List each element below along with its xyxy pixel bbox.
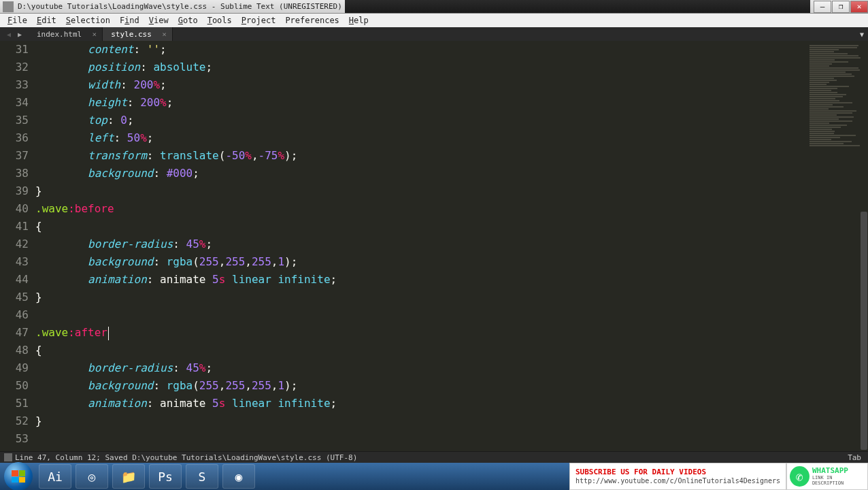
code-line[interactable]: [35, 306, 800, 324]
line-number: 45: [0, 289, 29, 306]
code-line[interactable]: animation: animate 5s linear infinite;: [35, 395, 800, 412]
taskbar-app-illustrator[interactable]: Ai: [39, 464, 71, 489]
status-icon: [4, 453, 12, 461]
line-number: 47: [0, 324, 29, 342]
line-number: 49: [0, 359, 29, 377]
menu-file[interactable]: File: [3, 16, 32, 25]
line-number: 36: [0, 129, 29, 147]
window-title: D:\youtube Tutorials\LoadingWave\style.c…: [16, 2, 342, 11]
app-icon: [3, 1, 14, 12]
menu-goto[interactable]: Goto: [173, 16, 203, 25]
code-line[interactable]: border-radius: 45%;: [35, 359, 800, 377]
line-number: 41: [0, 218, 29, 235]
code-line[interactable]: left: 50%;: [35, 129, 800, 147]
code-line[interactable]: border-radius: 45%;: [35, 235, 800, 253]
menu-help[interactable]: Help: [344, 16, 373, 25]
vertical-scrollbar[interactable]: [860, 41, 868, 451]
window-buttons: — ❐ ✕: [813, 1, 868, 13]
line-number: 52: [0, 412, 29, 430]
nav-back-icon[interactable]: ◀: [4, 29, 14, 39]
line-gutter: 3132333435363738394041424344454647484950…: [0, 41, 35, 451]
line-number: 43: [0, 253, 29, 271]
line-number: 42: [0, 235, 29, 253]
tab-close-icon[interactable]: ×: [93, 30, 97, 39]
code-line[interactable]: .wave:before: [35, 200, 800, 218]
menu-project[interactable]: Project: [237, 16, 281, 25]
maximize-button[interactable]: ❐: [832, 1, 850, 13]
text-caret: [108, 327, 109, 340]
statusbar: Line 47, Column 12; Saved D:\youtube Tut…: [0, 451, 868, 463]
code-line[interactable]: .wave:after: [35, 324, 800, 342]
code-area[interactable]: content: ''; position: absolute; width: …: [35, 41, 800, 451]
windows-logo-icon: [12, 470, 25, 483]
subscribe-url: http://www.youtube.com/c/OnlineTutorials…: [575, 477, 780, 485]
taskbar: Ai ◎ 📁 Ps S ◉ SUBSCRIBE US FOR DAILY VID…: [0, 463, 868, 490]
whatsapp-sub: LINK IN DESCRIPTION: [812, 475, 865, 486]
line-number: 50: [0, 377, 29, 395]
tab-bar: ◀ ▶ index.html × style.css × ▼: [0, 27, 868, 41]
line-number: 35: [0, 112, 29, 129]
editor: 3132333435363738394041424344454647484950…: [0, 41, 868, 451]
nav-arrows: ◀ ▶: [0, 29, 29, 39]
code-line[interactable]: position: absolute;: [35, 59, 800, 76]
code-line[interactable]: [35, 430, 800, 448]
code-line[interactable]: transform: translate(-50%,-75%);: [35, 147, 800, 165]
tab-close-icon[interactable]: ×: [162, 30, 167, 39]
status-left: Line 47, Column 12; Saved D:\youtube Tut…: [15, 453, 357, 462]
menu-view[interactable]: View: [144, 16, 173, 25]
subscribe-title: SUBSCRIBE US FOR DAILY VIDEOS: [575, 468, 780, 476]
line-number: 33: [0, 76, 29, 94]
menu-preferences[interactable]: Preferences: [280, 16, 344, 25]
code-line[interactable]: }: [35, 289, 800, 306]
taskbar-app-sublime[interactable]: S: [186, 464, 218, 489]
code-line[interactable]: content: '';: [35, 41, 800, 59]
minimap[interactable]: [800, 41, 868, 451]
tab-index-html[interactable]: index.html ×: [29, 27, 103, 41]
nav-forward-icon[interactable]: ▶: [15, 29, 24, 39]
code-line[interactable]: height: 200%;: [35, 94, 800, 112]
titlebar-spacer: [345, 0, 810, 13]
code-line[interactable]: background: rgba(255,255,255,1);: [35, 253, 800, 271]
code-line[interactable]: background: #000;: [35, 165, 800, 182]
code-line[interactable]: animation: animate 5s linear infinite;: [35, 271, 800, 289]
line-number: 31: [0, 41, 29, 59]
taskbar-app-photoshop[interactable]: Ps: [149, 464, 182, 489]
close-button[interactable]: ✕: [850, 1, 868, 13]
line-number: 46: [0, 306, 29, 324]
window-titlebar: D:\youtube Tutorials\LoadingWave\style.c…: [0, 0, 868, 14]
code-line[interactable]: {: [35, 342, 800, 359]
start-button[interactable]: [4, 462, 33, 490]
menu-selection[interactable]: Selection: [61, 16, 115, 25]
line-number: 44: [0, 271, 29, 289]
code-line[interactable]: }: [35, 412, 800, 430]
subscribe-banner: SUBSCRIBE US FOR DAILY VIDEOS http://www…: [569, 463, 786, 490]
menu-edit[interactable]: Edit: [32, 16, 61, 25]
code-line[interactable]: width: 200%;: [35, 76, 800, 94]
line-number: 40: [0, 200, 29, 218]
menubar: File Edit Selection Find View Goto Tools…: [0, 14, 868, 27]
line-number: 34: [0, 94, 29, 112]
tab-label: style.css: [111, 30, 152, 39]
whatsapp-badge: ✆ WHATSAPP LINK IN DESCRIPTION: [786, 463, 868, 490]
line-number: 53: [0, 430, 29, 448]
code-line[interactable]: top: 0;: [35, 112, 800, 129]
taskbar-app-chrome[interactable]: ◉: [222, 464, 255, 489]
code-line[interactable]: background: rgba(255,255,255,1);: [35, 377, 800, 395]
tab-label: index.html: [37, 30, 82, 39]
minimize-button[interactable]: —: [814, 1, 831, 13]
taskbar-app-camtasia[interactable]: ◎: [76, 464, 108, 489]
line-number: 51: [0, 395, 29, 412]
status-right[interactable]: Tab: [845, 453, 864, 462]
tab-style-css[interactable]: style.css ×: [103, 27, 173, 41]
tabs: index.html × style.css ×: [29, 27, 173, 41]
tabs-overflow-icon[interactable]: ▼: [856, 31, 868, 38]
line-number: 37: [0, 147, 29, 165]
scrollbar-thumb[interactable]: [861, 212, 867, 450]
code-line[interactable]: }: [35, 182, 800, 200]
menu-tools[interactable]: Tools: [203, 16, 237, 25]
line-number: 38: [0, 165, 29, 182]
taskbar-app-explorer[interactable]: 📁: [112, 464, 145, 489]
code-line[interactable]: {: [35, 218, 800, 235]
menu-find[interactable]: Find: [115, 16, 144, 25]
whatsapp-title: WHATSAPP: [812, 467, 865, 475]
